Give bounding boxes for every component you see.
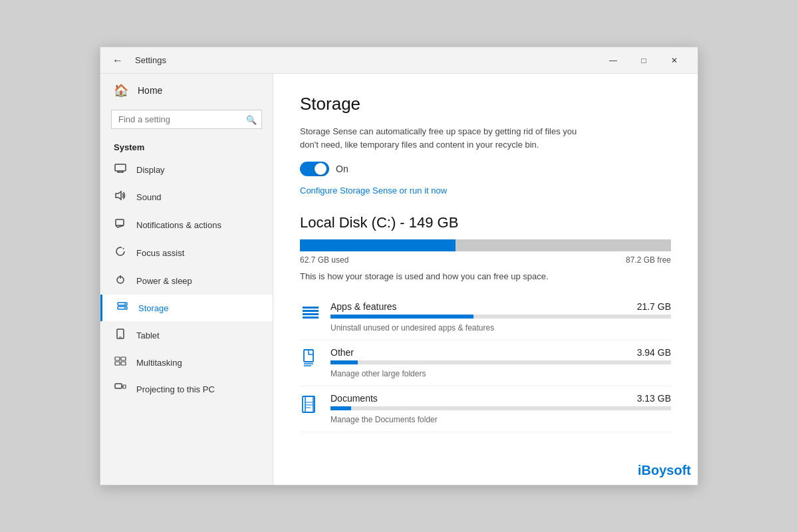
sidebar-item-multitasking[interactable]: Multitasking (100, 349, 273, 376)
titlebar-controls: — □ ✕ (598, 50, 690, 71)
apps-bar (331, 315, 671, 319)
apps-desc: Uninstall unused or undesired apps & fea… (331, 323, 494, 332)
sidebar-projecting-label: Projecting to this PC (136, 384, 215, 394)
sidebar-search-container: 🔍 (111, 110, 262, 129)
back-button[interactable]: ← (108, 53, 127, 68)
documents-content: Documents 3.13 GB Manage the Documents f… (331, 393, 671, 425)
main-content: Storage Storage Sense can automatically … (273, 74, 698, 485)
disk-bar-free (456, 239, 671, 251)
maximize-button[interactable]: □ (628, 50, 659, 71)
svg-rect-24 (303, 317, 319, 319)
apps-icon (300, 301, 321, 325)
disk-title: Local Disk (C:) - 149 GB (300, 214, 671, 231)
focus-icon (114, 246, 127, 259)
content-area: 🏠 Home 🔍 System Display Sound (100, 74, 698, 485)
sidebar-item-tablet[interactable]: Tablet (100, 321, 273, 349)
watermark: iBoysoft (638, 463, 691, 478)
other-size: 3.94 GB (637, 347, 671, 358)
storage-item-apps[interactable]: Apps & features 21.7 GB Uninstall unused… (300, 295, 671, 340)
storage-icon (116, 302, 129, 314)
sidebar-item-notifications[interactable]: Notifications & actions (100, 211, 273, 239)
documents-icon (300, 393, 321, 417)
sidebar-item-storage[interactable]: Storage (100, 295, 273, 321)
tablet-icon (114, 329, 127, 342)
apps-bar-fill (331, 315, 473, 319)
documents-bar-fill (331, 406, 351, 410)
sidebar-sound-label: Sound (136, 192, 162, 202)
sidebar-notifications-label: Notifications & actions (136, 220, 221, 230)
svg-rect-23 (303, 313, 319, 315)
sidebar-tablet-label: Tablet (136, 331, 160, 340)
storage-item-other[interactable]: Other 3.94 GB Manage other large folders (300, 340, 671, 386)
storage-description: Storage Sense can automatically free up … (300, 125, 579, 151)
svg-point-11 (124, 307, 126, 309)
svg-rect-15 (121, 357, 126, 360)
svg-rect-18 (115, 384, 122, 388)
svg-rect-19 (123, 385, 126, 388)
svg-rect-14 (115, 357, 120, 360)
svg-rect-29 (305, 396, 313, 412)
minimize-button[interactable]: — (598, 50, 628, 71)
settings-window: ← Settings — □ ✕ 🏠 Home 🔍 System Disp (100, 47, 698, 485)
toggle-label: On (336, 164, 348, 174)
close-button[interactable]: ✕ (659, 50, 690, 71)
apps-name: Apps & features (331, 301, 397, 312)
disk-used-label: 62.7 GB used (300, 255, 348, 265)
apps-content: Apps & features 21.7 GB Uninstall unused… (331, 301, 671, 333)
svg-rect-0 (115, 164, 126, 171)
other-desc: Manage other large folders (331, 369, 426, 378)
svg-marker-4 (116, 192, 121, 200)
other-header: Other 3.94 GB (331, 347, 671, 358)
sidebar-storage-label: Storage (138, 303, 169, 313)
documents-desc: Manage the Documents folder (331, 415, 438, 424)
svg-rect-5 (116, 219, 124, 225)
other-name: Other (331, 347, 354, 358)
disk-bar (300, 239, 671, 251)
multitasking-icon (114, 356, 127, 368)
home-label: Home (138, 85, 162, 96)
toggle-row: On (300, 162, 671, 176)
other-bar-fill (331, 360, 358, 364)
display-icon (114, 164, 127, 176)
sidebar-item-home[interactable]: 🏠 Home (100, 74, 273, 107)
svg-rect-17 (121, 362, 126, 365)
home-icon: 🏠 (114, 83, 128, 98)
sidebar: 🏠 Home 🔍 System Display Sound (100, 74, 273, 485)
storage-item-documents[interactable]: Documents 3.13 GB Manage the Documents f… (300, 386, 671, 432)
disk-bar-used (300, 239, 456, 251)
configure-link[interactable]: Configure Storage Sense or run it now (300, 186, 671, 196)
projecting-icon (114, 383, 127, 395)
apps-size: 21.7 GB (637, 301, 671, 312)
page-title: Storage (300, 94, 671, 114)
other-bar (331, 360, 671, 364)
documents-name: Documents (331, 393, 378, 404)
documents-bar (331, 406, 671, 410)
titlebar: ← Settings — □ ✕ (100, 47, 698, 74)
notifications-icon (114, 218, 127, 231)
apps-header: Apps & features 21.7 GB (331, 301, 671, 312)
sidebar-item-power[interactable]: Power & sleep (100, 267, 273, 295)
sidebar-section-label: System (100, 137, 273, 156)
disk-info: This is how your storage is used and how… (300, 271, 671, 281)
sidebar-item-sound[interactable]: Sound (100, 183, 273, 211)
search-input[interactable] (111, 110, 262, 129)
disk-legend: 62.7 GB used 87.2 GB free (300, 255, 671, 265)
titlebar-title: Settings (135, 55, 598, 65)
sidebar-focus-label: Focus assist (136, 248, 184, 258)
documents-header: Documents 3.13 GB (331, 393, 671, 404)
power-icon (114, 274, 127, 287)
sidebar-multitasking-label: Multitasking (136, 358, 182, 368)
documents-size: 3.13 GB (637, 393, 671, 404)
sidebar-power-label: Power & sleep (136, 276, 192, 286)
sidebar-item-display[interactable]: Display (100, 156, 273, 183)
svg-rect-16 (115, 362, 120, 365)
sidebar-display-label: Display (136, 165, 165, 175)
sidebar-item-focus[interactable]: Focus assist (100, 239, 273, 267)
sidebar-item-projecting[interactable]: Projecting to this PC (100, 376, 273, 402)
storage-sense-toggle[interactable] (300, 162, 329, 176)
svg-point-10 (124, 303, 126, 305)
sound-icon (114, 190, 127, 203)
svg-rect-21 (303, 307, 319, 309)
other-icon (300, 347, 321, 371)
search-icon: 🔍 (246, 114, 257, 124)
